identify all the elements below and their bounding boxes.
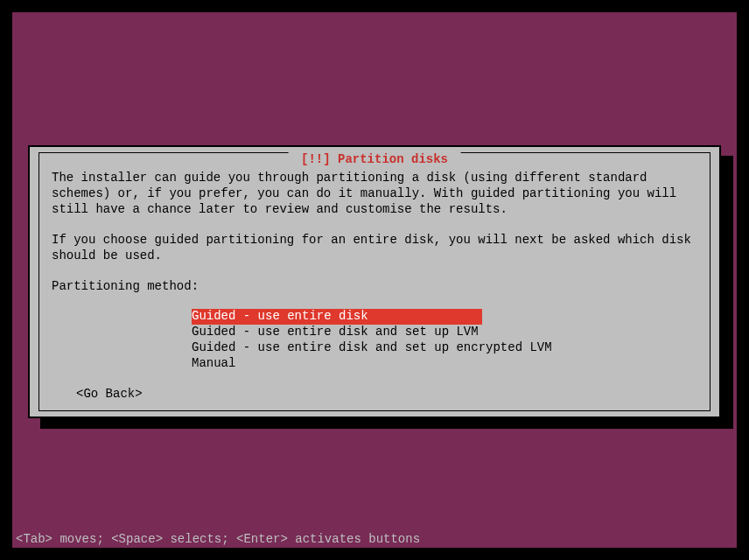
intro-paragraph-1: The installer can guide you through part… xyxy=(52,171,697,218)
partition-dialog: [!!] Partition disks The installer can g… xyxy=(28,145,721,418)
partitioning-method-label: Partitioning method: xyxy=(52,279,697,295)
option-guided-encrypted-lvm[interactable]: Guided - use entire disk and set up encr… xyxy=(192,340,552,354)
option-guided-lvm[interactable]: Guided - use entire disk and set up LVM xyxy=(192,325,479,339)
partitioning-options-list: Guided - use entire disk Guided - use en… xyxy=(192,309,697,372)
option-guided-entire-disk[interactable]: Guided - use entire disk xyxy=(192,309,482,325)
go-back-button[interactable]: <Go Back> xyxy=(76,387,697,402)
dialog-title: [!!] Partition disks xyxy=(289,152,461,166)
footer-hints: <Tab> moves; <Space> selects; <Enter> ac… xyxy=(12,530,424,548)
intro-paragraph-2: If you choose guided partitioning for an… xyxy=(52,233,697,264)
option-manual[interactable]: Manual xyxy=(192,356,235,370)
dialog-border: [!!] Partition disks The installer can g… xyxy=(38,152,710,411)
dialog-content: The installer can guide you through part… xyxy=(39,153,710,411)
